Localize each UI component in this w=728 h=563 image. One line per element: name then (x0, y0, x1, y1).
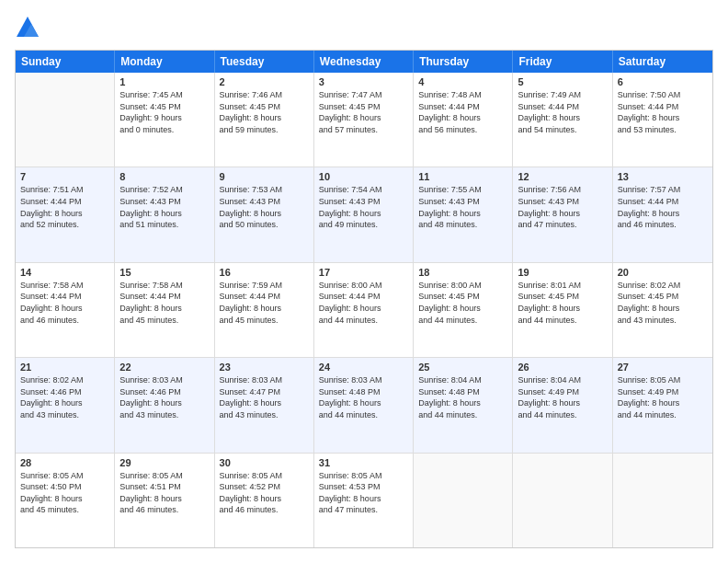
cell-line: Sunset: 4:52 PM (220, 481, 309, 493)
cell-line: and 44 minutes. (418, 409, 507, 421)
cell-line: Sunset: 4:46 PM (119, 386, 209, 398)
day-number: 6 (618, 76, 708, 87)
day-number: 13 (618, 171, 708, 182)
cal-cell-day-6: 6Sunrise: 7:50 AMSunset: 4:44 PMDaylight… (613, 73, 712, 167)
cell-line: and 51 minutes. (119, 219, 209, 231)
cell-line: Daylight: 8 hours (220, 208, 309, 220)
cell-line: and 53 minutes. (618, 124, 708, 136)
day-number: 11 (418, 171, 507, 182)
cell-line: Sunrise: 7:55 AM (418, 184, 507, 196)
cal-cell-day-28: 28Sunrise: 8:05 AMSunset: 4:50 PMDayligh… (16, 454, 115, 547)
logo-icon (15, 15, 40, 40)
cell-line: Sunrise: 8:03 AM (220, 374, 309, 386)
cell-line: Sunset: 4:45 PM (418, 291, 507, 303)
cell-line: Sunrise: 7:48 AM (418, 89, 507, 101)
cell-line: Sunset: 4:49 PM (518, 386, 607, 398)
cell-line: Sunset: 4:49 PM (618, 386, 708, 398)
cal-header-thursday: Thursday (414, 51, 513, 73)
cell-line: Sunset: 4:44 PM (518, 101, 607, 113)
cell-line: Daylight: 8 hours (418, 303, 507, 315)
cal-cell-empty (16, 73, 115, 167)
cell-line: and 43 minutes. (20, 409, 109, 421)
cell-line: Daylight: 8 hours (618, 112, 708, 124)
cal-week-2: 7Sunrise: 7:51 AMSunset: 4:44 PMDaylight… (16, 167, 712, 262)
cell-line: and 43 minutes. (220, 409, 309, 421)
cal-cell-empty (513, 454, 612, 547)
cell-line: Sunrise: 7:46 AM (220, 89, 309, 101)
cell-line: and 45 minutes. (220, 315, 309, 327)
cell-line: and 43 minutes. (618, 315, 708, 327)
day-number: 4 (418, 76, 507, 87)
cell-line: Daylight: 8 hours (119, 303, 209, 315)
cell-line: and 54 minutes. (518, 124, 607, 136)
cell-line: Sunset: 4:44 PM (319, 291, 408, 303)
cell-line: and 44 minutes. (618, 409, 708, 421)
cell-line: Daylight: 8 hours (119, 493, 209, 505)
cell-line: and 59 minutes. (220, 124, 309, 136)
cal-cell-day-31: 31Sunrise: 8:05 AMSunset: 4:53 PMDayligh… (314, 454, 414, 547)
cell-line: Sunrise: 8:01 AM (518, 280, 607, 292)
cal-cell-day-22: 22Sunrise: 8:03 AMSunset: 4:46 PMDayligh… (115, 358, 214, 452)
cell-line: Daylight: 8 hours (518, 112, 607, 124)
cell-line: Sunset: 4:44 PM (418, 101, 507, 113)
cal-cell-day-19: 19Sunrise: 8:01 AMSunset: 4:45 PMDayligh… (513, 263, 612, 357)
cell-line: Sunrise: 8:02 AM (618, 280, 708, 292)
cell-line: Sunset: 4:43 PM (418, 196, 507, 208)
day-number: 29 (119, 457, 209, 468)
day-number: 22 (119, 362, 209, 373)
cal-header-wednesday: Wednesday (314, 51, 414, 73)
cal-header-friday: Friday (513, 51, 612, 73)
cell-line: Sunrise: 8:05 AM (618, 374, 708, 386)
cell-line: and 52 minutes. (20, 219, 109, 231)
cell-line: Sunrise: 7:53 AM (220, 184, 309, 196)
cal-cell-day-30: 30Sunrise: 8:05 AMSunset: 4:52 PMDayligh… (215, 454, 314, 547)
cell-line: Sunrise: 7:56 AM (518, 184, 607, 196)
cal-cell-day-11: 11Sunrise: 7:55 AMSunset: 4:43 PMDayligh… (414, 167, 513, 261)
day-number: 24 (319, 362, 408, 373)
day-number: 26 (518, 362, 607, 373)
cell-line: Sunrise: 7:54 AM (319, 184, 408, 196)
day-number: 15 (119, 267, 209, 278)
cal-cell-day-24: 24Sunrise: 8:03 AMSunset: 4:48 PMDayligh… (314, 358, 414, 452)
cell-line: Daylight: 8 hours (220, 112, 309, 124)
cell-line: Daylight: 8 hours (119, 208, 209, 220)
cell-line: Daylight: 9 hours (119, 112, 209, 124)
cell-line: Sunset: 4:45 PM (518, 291, 607, 303)
cell-line: Daylight: 8 hours (220, 303, 309, 315)
cell-line: Sunset: 4:44 PM (20, 291, 109, 303)
cal-cell-day-2: 2Sunrise: 7:46 AMSunset: 4:45 PMDaylight… (215, 73, 314, 167)
cal-cell-day-26: 26Sunrise: 8:04 AMSunset: 4:49 PMDayligh… (513, 358, 612, 452)
cell-line: and 47 minutes. (319, 504, 408, 516)
cal-cell-empty (414, 454, 513, 547)
day-number: 10 (319, 171, 408, 182)
day-number: 30 (220, 457, 309, 468)
cell-line: Sunset: 4:45 PM (618, 291, 708, 303)
cal-cell-day-20: 20Sunrise: 8:02 AMSunset: 4:45 PMDayligh… (613, 263, 712, 357)
day-number: 21 (20, 362, 109, 373)
cell-line: Sunset: 4:43 PM (319, 196, 408, 208)
cell-line: Sunset: 4:53 PM (319, 481, 408, 493)
cell-line: Sunset: 4:45 PM (119, 101, 209, 113)
cal-cell-day-27: 27Sunrise: 8:05 AMSunset: 4:49 PMDayligh… (613, 358, 712, 452)
cell-line: Sunrise: 8:03 AM (319, 374, 408, 386)
cell-line: and 44 minutes. (518, 315, 607, 327)
cell-line: Sunset: 4:50 PM (20, 481, 109, 493)
cal-header-saturday: Saturday (613, 51, 712, 73)
cell-line: Daylight: 8 hours (418, 397, 507, 409)
cell-line: Daylight: 8 hours (319, 303, 408, 315)
day-number: 27 (618, 362, 708, 373)
cell-line: and 57 minutes. (319, 124, 408, 136)
cell-line: and 46 minutes. (20, 315, 109, 327)
cell-line: and 46 minutes. (618, 219, 708, 231)
calendar-body: 1Sunrise: 7:45 AMSunset: 4:45 PMDaylight… (16, 73, 712, 547)
cell-line: and 45 minutes. (20, 504, 109, 516)
cal-cell-day-4: 4Sunrise: 7:48 AMSunset: 4:44 PMDaylight… (414, 73, 513, 167)
cell-line: Sunrise: 8:05 AM (119, 470, 209, 482)
cell-line: Sunrise: 8:02 AM (20, 374, 109, 386)
cell-line: Daylight: 8 hours (20, 397, 109, 409)
day-number: 31 (319, 457, 408, 468)
cell-line: and 46 minutes. (119, 504, 209, 516)
cell-line: Sunset: 4:44 PM (618, 196, 708, 208)
cell-line: Sunrise: 8:03 AM (119, 374, 209, 386)
day-number: 7 (20, 171, 109, 182)
